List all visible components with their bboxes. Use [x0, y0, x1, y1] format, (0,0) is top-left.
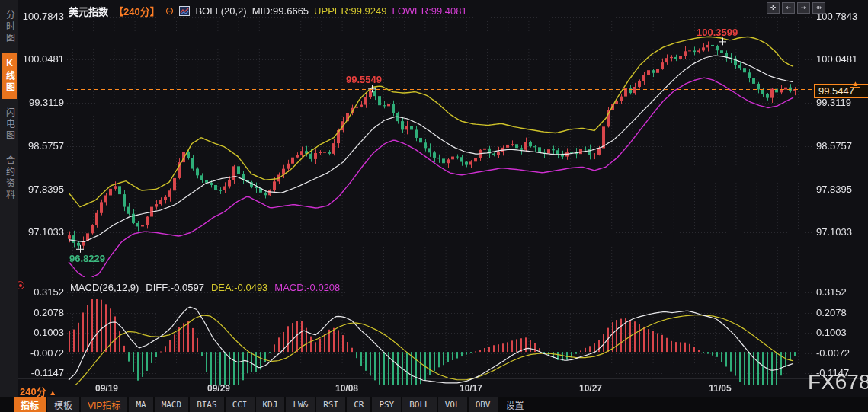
macd-tick-label: -0.0072	[20, 347, 64, 359]
shrink-bars-icon[interactable]: ⇤	[782, 2, 795, 14]
sidebar-item-time-chart[interactable]: 分时图	[2, 5, 17, 50]
boll-mid-value: MID:99.6665	[252, 5, 309, 17]
date-tick-label: 09/19	[90, 383, 123, 394]
indicator-toolbar: 指标 模板 VIP指标 MA MACD BIAS CCI KDJ LW& RSI…	[0, 397, 868, 412]
period-dropdown-arrow-icon: ▲	[49, 388, 56, 397]
price-tick-label: 98.5757	[816, 140, 852, 152]
price-tick-label: 99.3119	[816, 97, 851, 108]
macd-indicator-label: MACD(26,12,9)	[70, 282, 139, 293]
price-tick-label: 100.7843	[20, 11, 64, 22]
indicator-button-macd[interactable]: MACD	[155, 397, 189, 412]
indicator-button-bias[interactable]: BIAS	[190, 397, 224, 412]
macd-header: MACD(26,12,9) DIFF:-0.0597 DEA:-0.0493 M…	[70, 282, 340, 293]
indicator-button-cci[interactable]: CCI	[226, 397, 255, 412]
indicator-button-obv[interactable]: OBV	[469, 397, 498, 412]
annotation-label: 100.3599	[697, 27, 738, 38]
price-tick-label: 100.0481	[816, 53, 857, 65]
sidebar: 分时图 K线图 闪电图 合约资料	[0, 0, 18, 397]
price-tick-label: 97.8395	[20, 184, 64, 195]
price-tick-label: 97.1033	[816, 226, 852, 238]
boll-lower-value: LOWER:99.4081	[392, 5, 467, 17]
bottom-period-label: 240分	[20, 386, 46, 398]
price-tick-label: 98.5757	[20, 140, 64, 152]
date-tick-label: 10/17	[454, 383, 488, 394]
chart-toolbar-top: ✜ ⇤ ⇥ ⇻	[767, 2, 825, 14]
settings-button[interactable]: 设置	[499, 397, 531, 412]
macd-diff-value: DIFF:-0.0597	[146, 282, 204, 293]
macd-tick-label: -0.0072	[816, 347, 850, 359]
price-tick-label: 97.8395	[816, 184, 852, 195]
sidebar-item-contract-info[interactable]: 合约资料	[2, 150, 17, 206]
sidebar-item-flash-chart[interactable]: 闪电图	[2, 102, 17, 147]
date-tick-label: 09/29	[202, 383, 235, 394]
price-tick-label: 100.0481	[20, 53, 64, 65]
boll-upper-value: UPPER:99.9249	[314, 5, 386, 17]
tab-templates[interactable]: 模板	[47, 397, 79, 412]
date-tick-label: 10/27	[574, 383, 607, 394]
boll-indicator-label: BOLL(20,2)	[195, 5, 246, 17]
price-tick-label: 97.1033	[20, 226, 64, 238]
macd-tick-label: 0.1003	[20, 327, 64, 338]
indicator-button-boll[interactable]: BOLL	[402, 397, 437, 412]
macd-tick-label: 0.2078	[816, 307, 847, 318]
kline-chart-window: 100.7843100.7843100.0481100.048199.31199…	[0, 0, 868, 412]
symbol-title: 美元指数	[69, 4, 108, 18]
annotation-label: 99.5549	[346, 74, 382, 85]
tab-vip-indicators[interactable]: VIP指标	[81, 397, 127, 412]
macd-tick-label: 0.3152	[816, 286, 847, 298]
fx678-watermark: FX678	[808, 370, 868, 394]
indicator-button-vol[interactable]: VOL	[438, 397, 467, 412]
indicator-button-cr[interactable]: CR	[347, 397, 370, 412]
date-tick-label: 11/05	[703, 383, 737, 394]
macd-tick-label: 0.1003	[816, 327, 847, 338]
crosshair-tool-icon[interactable]: ✜	[767, 2, 780, 14]
current-price-value: 99.5447	[818, 85, 854, 97]
macd-tick-label: -0.1147	[20, 367, 64, 378]
indicator-button-kdj[interactable]: KDJ	[256, 397, 285, 412]
mini-chart-icon	[179, 6, 190, 16]
macd-dea-value: DEA:-0.0493	[211, 282, 267, 293]
indicator-button-psy[interactable]: PSY	[372, 397, 401, 412]
sidebar-item-kline-chart[interactable]: K线图	[2, 53, 17, 99]
circle-minus-icon[interactable]: ⊖	[165, 6, 175, 16]
date-tick-label: 10/08	[330, 383, 364, 394]
expand-bars-icon[interactable]: ⇥	[797, 2, 810, 14]
price-flag-icon[interactable]: ▲	[850, 81, 860, 88]
tab-indicators[interactable]: 指标	[14, 397, 46, 412]
indicator-button-ma[interactable]: MA	[129, 397, 152, 412]
macd-tick-label: 0.2078	[20, 307, 64, 318]
macd-hist-value: MACD:-0.0208	[274, 282, 340, 293]
indicator-button-lwr[interactable]: LW&	[286, 397, 315, 412]
annotation-label: 96.8229	[69, 253, 105, 264]
indicator-button-rsi[interactable]: RSI	[316, 397, 345, 412]
price-tick-label: 99.3119	[20, 97, 64, 108]
chart-header: 美元指数 【240分】 ⊖ BOLL(20,2) MID:99.6665 UPP…	[69, 4, 467, 18]
goto-latest-icon[interactable]: ⇻	[812, 2, 825, 14]
macd-tick-label: 0.3152	[20, 286, 64, 298]
chart-canvas[interactable]	[0, 0, 868, 412]
period-label: 【240分】	[114, 4, 160, 18]
